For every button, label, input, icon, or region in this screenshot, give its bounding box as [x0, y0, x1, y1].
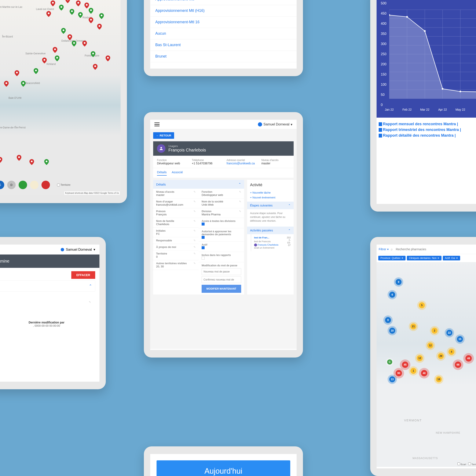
email-link[interactable]: francois@unikweb.ca — [227, 162, 255, 165]
field-row: Inclus dans les rapports — [199, 252, 244, 262]
modify-now-button[interactable]: MODIFIER MAINTENANT — [202, 285, 241, 293]
svg-point-23 — [160, 147, 162, 149]
report-link[interactable]: Rapport trimestriel des rencontres Mantr… — [379, 128, 476, 132]
current-user[interactable]: Samuel Dorneval ▾ — [258, 122, 292, 126]
legend-red[interactable] — [41, 181, 50, 189]
tablet-chart: 050100150200250300350400450500 Jan 22Feb… — [370, 0, 476, 212]
new-event-link[interactable]: + Nouvel événement — [247, 195, 294, 200]
filter-chip[interactable]: Province: Québec ✕ — [378, 256, 406, 260]
avatar — [258, 122, 262, 126]
new-task-link[interactable]: + Nouvelle tâche — [247, 190, 294, 195]
back-button[interactable]: ← RETOUR — [153, 132, 174, 139]
field-row: Territoire0✎ — [153, 251, 199, 260]
tablet-user-detail: Samuel Dorneval ▾ ← RETOUR UsagersFranço… — [144, 112, 303, 357]
list-item[interactable]: Aucun — [150, 28, 297, 39]
svg-point-20 — [424, 30, 426, 32]
file-icon — [379, 122, 382, 126]
pencil-icon[interactable]: ✎ — [194, 239, 196, 242]
reports-list: Rapport mensuel des rencontres Mantra | … — [376, 118, 476, 143]
today-button[interactable]: Aujourd'hui — [156, 460, 290, 476]
pencil-icon[interactable]: ✎ — [239, 190, 241, 193]
menu-icon[interactable] — [154, 122, 159, 126]
pencil-icon[interactable]: ✎ — [239, 210, 241, 213]
chevron-up-icon: ⌃ — [238, 182, 241, 186]
file-icon — [379, 128, 382, 132]
legend-d[interactable]: D — [7, 181, 16, 189]
list-item[interactable]: Bas St-Laurent — [150, 39, 297, 51]
legend-green[interactable] — [19, 181, 27, 189]
checkbox[interactable] — [202, 236, 204, 239]
map-screen[interactable]: Deux-Montagnes Saint-Marthe-sur-le-Lac L… — [0, 0, 120, 195]
tablet-map-pharmacies: Filtrer ▾ ⌕ Province: Québec ✕ Cliniques… — [370, 237, 476, 476]
pharmacy-map[interactable]: 9 6 9 10 22 15 13 5 21 2 12 4 29 12 1 18… — [376, 262, 476, 467]
field-row: Nom d'usagerfrancois@unikbdi.com✎ — [153, 198, 199, 208]
pencil-icon[interactable]: ✎ — [194, 252, 196, 255]
report-link[interactable]: Rapport mensuel des rencontres Mantra | — [379, 122, 476, 126]
list-item[interactable]: Brunet — [150, 51, 297, 62]
clear-button[interactable]: EFFACER — [71, 271, 95, 279]
filter-chip[interactable]: Cliniques dentaires: Non ✕ — [407, 256, 442, 260]
chevron-down-icon: ▾ — [94, 248, 95, 252]
header-group: Usagers — [168, 145, 206, 148]
activity-item[interactable]: test de Fran... test de Francois Françoi… — [251, 234, 294, 251]
list-item[interactable]: Approvisionnement Mtl (H16) — [150, 5, 297, 17]
field-row: PrénomFrançois✎ — [153, 208, 199, 218]
header-name: François Charlebois — [168, 148, 206, 153]
pencil-icon[interactable]: ✎ — [239, 200, 241, 203]
tabs: Détails Associé — [153, 168, 294, 178]
map-footer: Écart Territoire — [457, 462, 476, 466]
chevron-up-icon: ⌃ — [288, 229, 291, 232]
chart-area: 050100150200250300350400450500 Jan 22Feb… — [376, 0, 476, 118]
map-legend: C D Territoire — [0, 181, 70, 189]
activity-panel: Activité + Nouvelle tâche + Nouvel événe… — [247, 180, 294, 294]
pencil-icon[interactable]: ✎ — [194, 200, 196, 203]
pencil-icon[interactable]: ✎ — [194, 262, 196, 265]
pencil-icon[interactable]: ✎ — [89, 301, 91, 304]
pencil-icon[interactable]: ✎ — [194, 246, 196, 249]
ecart-checkbox[interactable] — [457, 462, 460, 465]
pencil-icon[interactable]: ✎ — [194, 210, 196, 213]
territoire-checkbox[interactable] — [468, 462, 471, 465]
tablet-effacer: Samuel Dorneval ▾ amine EFFACER ⌃ ✎ Dern… — [0, 237, 106, 389]
page-title: amine — [0, 255, 100, 268]
search-input[interactable] — [395, 247, 476, 252]
collapse-row[interactable]: ⌃ — [0, 281, 95, 291]
details-panel: Détails⌃ Niveau d'accèsmaster✎Nom d'usag… — [153, 180, 244, 294]
field-row: À propos de moi✎ — [153, 244, 199, 251]
confirm-password-input[interactable] — [202, 276, 241, 283]
field-row: Autorisé à approuver les demandes de pai… — [199, 228, 244, 242]
tab-associe[interactable]: Associé — [172, 170, 183, 176]
list-item[interactable]: Approvisionnement-Mtl 16 — [150, 17, 297, 28]
current-user[interactable]: Samuel Dorneval — [66, 248, 92, 252]
field-row: InitialesFC✎ — [153, 228, 199, 237]
chevron-up-icon: ⌃ — [89, 284, 92, 288]
checkbox[interactable] — [202, 257, 204, 260]
file-icon — [379, 134, 382, 137]
report-link[interactable]: Rapport détaillé des rencontres Mantra | — [379, 133, 476, 138]
past-activities-header[interactable]: Activités passées⌃ — [247, 227, 294, 234]
field-row: Nom de la sociétéUnik-Web✎ — [199, 198, 244, 208]
pencil-icon[interactable]: ✎ — [194, 190, 196, 193]
details-section-header[interactable]: Détails⌃ — [153, 180, 244, 189]
territoire-checkbox[interactable] — [57, 184, 60, 186]
checkbox[interactable] — [202, 222, 204, 225]
new-password-input[interactable] — [202, 268, 241, 275]
legend-beige[interactable] — [30, 181, 38, 189]
filter-chip[interactable]: Actif: Oui ✕ — [443, 256, 460, 260]
tab-details[interactable]: Détails — [157, 170, 167, 176]
field-row: Autres territoires visibles20, 30✎ — [153, 260, 199, 270]
field-row: DivisionMantra Pharma✎ — [199, 208, 244, 218]
pencil-icon[interactable]: ✎ — [194, 220, 196, 222]
list-item[interactable]: Approvisionnement-Mtl — [150, 0, 297, 5]
next-steps-header[interactable]: Étapes suivantes⌃ — [247, 202, 294, 209]
last-modified-label: Dernière modification par — [0, 321, 100, 324]
field-row: Accès à toutes les divisions — [199, 218, 244, 228]
checkbox[interactable] — [202, 246, 204, 249]
map-credits: Keyboard shortcuts Map data ©2022 Google… — [64, 191, 120, 195]
chevron-down-icon: ▾ — [291, 122, 292, 126]
pencil-icon[interactable]: ✎ — [194, 229, 196, 232]
filter-button[interactable]: Filtrer ▾ — [379, 248, 389, 251]
svg-point-22 — [459, 91, 461, 92]
svg-point-19 — [406, 16, 408, 17]
legend-c[interactable]: C — [0, 181, 4, 189]
